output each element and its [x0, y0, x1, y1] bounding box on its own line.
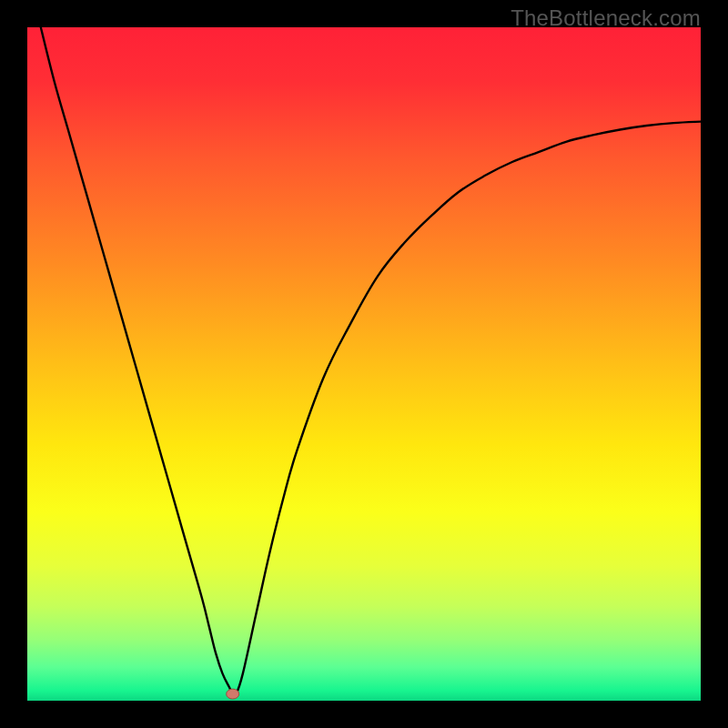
bottleneck-curve	[41, 27, 701, 696]
optimum-marker	[227, 689, 239, 699]
curve-layer	[27, 27, 701, 701]
plot-area	[27, 27, 701, 701]
chart-frame: TheBottleneck.com	[0, 0, 728, 728]
